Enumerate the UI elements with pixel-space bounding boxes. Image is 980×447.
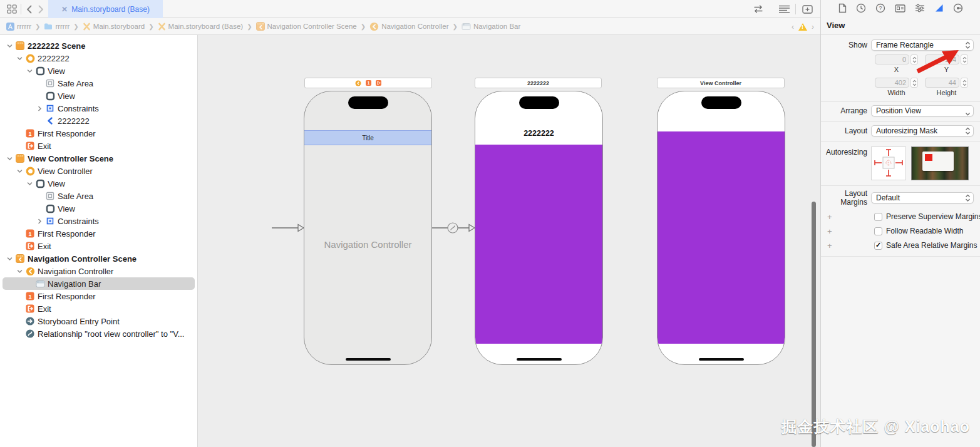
outline-row[interactable]: Exit	[3, 140, 195, 152]
outline-row[interactable]: Exit	[3, 302, 195, 315]
breadcrumb-item[interactable]: rrrrrr	[6, 23, 31, 31]
outline-row[interactable]: View	[3, 177, 195, 190]
chevron-right-icon[interactable]	[35, 106, 44, 111]
scene-dock-2222222[interactable]: 2222222	[475, 78, 602, 88]
outline-row[interactable]: 2222222	[3, 52, 195, 64]
breadcrumb-label: Main.storyboard (Base)	[168, 23, 244, 30]
warning-icon[interactable]	[798, 23, 807, 31]
forward-chevron-icon[interactable]	[36, 0, 46, 18]
size-inspector-icon-selected[interactable]	[934, 3, 944, 15]
layout-dropdown[interactable]: Autoresizing Mask	[871, 125, 974, 136]
outline-row[interactable]: Safe Area	[3, 77, 195, 90]
outline-row[interactable]: View	[3, 90, 195, 102]
add-editor-icon[interactable]	[800, 0, 815, 18]
outline-row[interactable]: Constraints	[3, 102, 195, 115]
x-field[interactable]	[875, 54, 909, 64]
issue-next-icon[interactable]: ›	[812, 23, 814, 31]
attributes-inspector-icon[interactable]	[915, 4, 925, 15]
chevron-down-icon[interactable]	[25, 181, 34, 187]
divider	[821, 101, 980, 102]
width-field[interactable]	[875, 78, 909, 88]
adjust-editor-icon[interactable]	[776, 0, 792, 18]
connections-inspector-icon[interactable]	[953, 3, 963, 16]
purple-view[interactable]	[658, 131, 785, 344]
vertical-scrollbar[interactable]	[812, 202, 816, 447]
outline-row[interactable]: Relationship "root view controller" to "…	[3, 327, 195, 340]
y-stepper[interactable]	[961, 54, 968, 64]
breadcrumb-item[interactable]: Navigation Controller	[369, 22, 448, 31]
outline-row[interactable]: Navigation Controller	[3, 265, 195, 277]
navigation-bar-selected[interactable]: Title	[304, 130, 431, 145]
storyboard-canvas[interactable]: 1 Title Navigation Controller 2222222 22…	[198, 35, 820, 447]
first-responder-icon: 1	[366, 80, 371, 86]
outline-row[interactable]: Navigation Bar	[3, 277, 195, 290]
back-chevron-icon[interactable]	[24, 0, 34, 18]
layout-value: Autoresizing Mask	[876, 126, 937, 135]
breadcrumb-item[interactable]: Navigation Controller Scene	[256, 22, 357, 31]
outline-row[interactable]: Constraints	[3, 215, 195, 227]
outline-row[interactable]: Navigation Controller Scene	[3, 252, 195, 265]
breadcrumb-item[interactable]: Main.storyboard (Base)	[158, 23, 244, 31]
purple-view[interactable]	[475, 145, 602, 344]
breadcrumb-item[interactable]: Main.storyboard	[83, 23, 145, 31]
breadcrumb-item[interactable]: rrrrrr	[44, 23, 70, 30]
chevron-down-icon[interactable]	[15, 56, 24, 61]
arrange-label: Arrange	[821, 106, 871, 115]
breadcrumb-item[interactable]: Navigation Bar	[462, 23, 520, 31]
dynamic-island	[701, 96, 741, 109]
scene-dock-navigation-controller[interactable]: 1	[304, 78, 432, 88]
help-inspector-icon[interactable]: ?	[875, 3, 885, 16]
outline-row[interactable]: View	[3, 202, 195, 215]
phone-navigation-controller[interactable]: Title Navigation Controller	[304, 91, 432, 365]
plus-icon[interactable]: +	[827, 241, 832, 250]
outline-row[interactable]: 1First Responder	[3, 127, 195, 140]
editor-grid-icon[interactable]	[5, 0, 19, 18]
chevron-down-icon[interactable]	[5, 43, 14, 49]
autoresizing-mask-control[interactable]	[871, 146, 906, 180]
arrange-dropdown[interactable]: Position View	[871, 105, 974, 116]
close-icon[interactable]: ✕	[61, 5, 68, 14]
chevron-down-icon[interactable]	[25, 68, 34, 74]
outline-row[interactable]: 2222222	[3, 115, 195, 127]
outline-row[interactable]: 1First Responder	[3, 227, 195, 240]
outline-row-label: Navigation Controller Scene	[28, 254, 137, 264]
chevron-down-icon[interactable]	[5, 156, 14, 162]
show-dropdown[interactable]: Frame Rectangle	[871, 39, 974, 51]
outline-row-label: Constraints	[58, 104, 99, 113]
phone-2222222[interactable]: 2222222	[475, 91, 603, 365]
outline-row[interactable]: Storyboard Entry Point	[3, 315, 195, 327]
phone-view-controller[interactable]	[657, 91, 785, 365]
outline-row[interactable]: View Controller	[3, 165, 195, 177]
y-field[interactable]	[925, 54, 959, 64]
height-field[interactable]	[925, 78, 959, 88]
checkbox[interactable]	[874, 242, 882, 250]
relationship-segue-arrow[interactable]	[432, 222, 475, 234]
checkbox[interactable]	[874, 227, 882, 235]
checkbox[interactable]	[874, 213, 882, 221]
code-review-icon[interactable]	[751, 0, 765, 18]
height-stepper[interactable]	[961, 78, 968, 88]
scene-dock-view-controller[interactable]: View Controller	[657, 78, 785, 88]
navcontroller-icon	[24, 267, 36, 276]
outline-row[interactable]: 1First Responder	[3, 290, 195, 302]
jump-bar-items: rrrrrr❯rrrrrr❯Main.storyboard❯Main.story…	[6, 22, 520, 31]
chevron-right-icon[interactable]	[35, 218, 44, 224]
chevron-down-icon[interactable]	[5, 256, 14, 262]
outline-row[interactable]: Safe Area	[3, 190, 195, 202]
identity-inspector-icon[interactable]	[895, 4, 905, 15]
file-inspector-icon[interactable]	[838, 3, 847, 16]
plus-icon[interactable]: +	[827, 212, 832, 222]
width-stepper[interactable]	[910, 78, 918, 88]
chevron-down-icon[interactable]	[15, 168, 24, 174]
chevron-down-icon[interactable]	[15, 269, 24, 274]
tab-main-storyboard[interactable]: ✕ Main.storyboard (Base)	[48, 0, 163, 18]
outline-row[interactable]: View Controller Scene	[3, 152, 195, 165]
outline-row[interactable]: View	[3, 64, 195, 77]
history-inspector-icon[interactable]	[856, 3, 866, 16]
outline-row[interactable]: 2222222 Scene	[3, 39, 195, 52]
x-stepper[interactable]	[910, 54, 918, 64]
issue-prev-icon[interactable]: ‹	[792, 23, 794, 31]
outline-row[interactable]: Exit	[3, 240, 195, 252]
plus-icon[interactable]: +	[827, 227, 832, 236]
layout-margins-dropdown[interactable]: Default	[871, 192, 974, 203]
